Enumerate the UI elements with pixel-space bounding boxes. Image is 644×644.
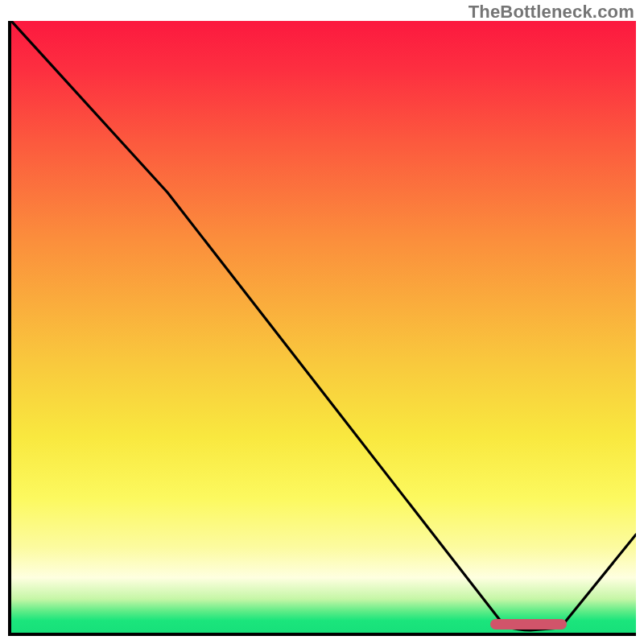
optimal-range-marker bbox=[490, 619, 567, 630]
plot-area bbox=[11, 21, 636, 633]
bottleneck-curve-line bbox=[11, 21, 636, 630]
watermark: TheBottleneck.com bbox=[469, 2, 634, 23]
chart-svg bbox=[11, 21, 636, 633]
